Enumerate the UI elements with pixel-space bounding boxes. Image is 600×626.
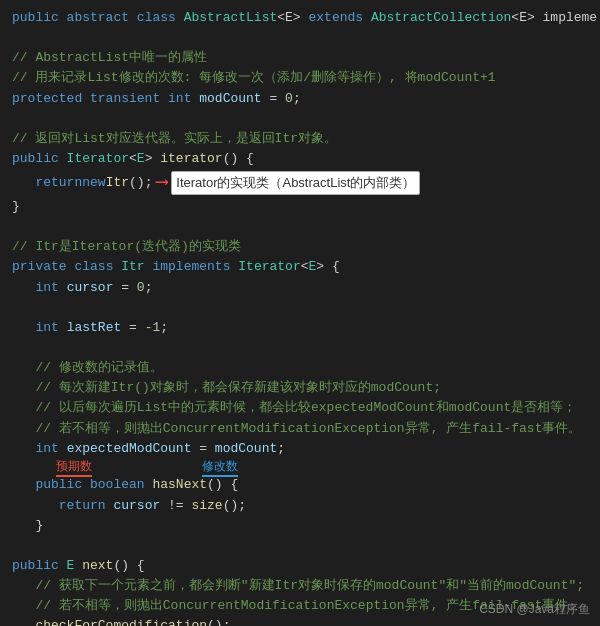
comment-iterator-desc: // 返回对List对应迭代器。实际上，是返回Itr对象。 <box>12 129 588 149</box>
comment-modcount-desc: // 用来记录List修改的次数: 每修改一次（添加/删除等操作）, 将modC… <box>12 68 588 88</box>
kw-public: public <box>12 8 67 28</box>
comment-next1: // 获取下一个元素之前，都会判断"新建Itr对象时保存的modCount"和"… <box>12 576 588 596</box>
blank4 <box>12 298 588 318</box>
label-row: 预期数 修改数 <box>12 457 588 478</box>
label-xiugai-text: 修改数 <box>202 457 238 478</box>
type-abstractcoll: AbstractCollection <box>371 8 511 28</box>
comment-compare: // 以后每次遍历List中的元素时候，都会比较expectedModCount… <box>12 398 588 418</box>
comment-itr-create: // 每次新建Itr()对象时，都会保存新建该对象时对应的modCount; <box>12 378 588 398</box>
annotation-itr: Iterator的实现类（AbstractList的内部类） <box>171 171 420 195</box>
impleme: impleme... <box>543 8 600 28</box>
kw-abstract: abstract <box>67 8 137 28</box>
comment-itr-class: // Itr是Iterator(迭代器)的实现类 <box>12 237 588 257</box>
label-yumao-text: 预期数 <box>56 457 92 478</box>
arrow-row: return new Itr(); ⟶ Iterator的实现类（Abstrac… <box>12 169 588 197</box>
line-close-hasnext: } <box>12 516 588 536</box>
red-arrow-icon: ⟶ <box>156 169 167 197</box>
code-container: public abstract class AbstractList<E> ex… <box>0 0 600 626</box>
line-close-iterator: } <box>12 197 588 217</box>
line-iterator-method: public Iterator<E> iterator() { <box>12 149 588 169</box>
line-itr-class: private class Itr implements Iterator<E>… <box>12 257 588 277</box>
blank3 <box>12 217 588 237</box>
comment-throw: // 若不相等，则抛出ConcurrentModificationExcepti… <box>12 419 588 439</box>
header-line: public abstract class AbstractList<E> ex… <box>12 8 588 28</box>
comment-modrecord: // 修改数的记录值。 <box>12 358 588 378</box>
line-next-method: public E next() { <box>12 556 588 576</box>
blank5 <box>12 338 588 358</box>
kw-extends: extends <box>308 8 370 28</box>
type-abstractlist: AbstractList <box>184 8 278 28</box>
watermark: CSDN @Java程序鱼 <box>479 601 590 618</box>
kw-class: class <box>137 8 184 28</box>
generic2: <E> <box>511 8 542 28</box>
blank6 <box>12 536 588 556</box>
comment-abstractlist-attr: // AbstractList中唯一的属性 <box>12 48 588 68</box>
blank2 <box>12 109 588 129</box>
line-expectedmodcount: int expectedModCount = modCount; <box>12 439 588 459</box>
line-cursor: int cursor = 0; <box>12 278 588 298</box>
blank1 <box>12 28 588 48</box>
line-lastret: int lastRet = -1; <box>12 318 588 338</box>
line-modcount-decl: protected transient int modCount = 0; <box>12 89 588 109</box>
generic: <E> <box>277 8 308 28</box>
line-hasnext: public boolean hasNext() { <box>12 475 588 495</box>
line-return-cursor: return cursor != size(); <box>12 496 588 516</box>
